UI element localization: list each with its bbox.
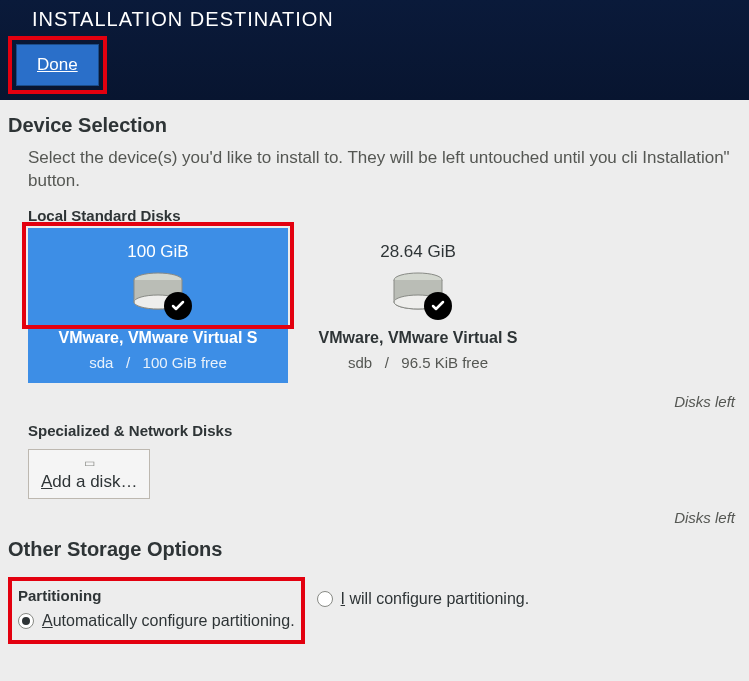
disk-free: 96.5 KiB free [401, 354, 488, 371]
disk-name: VMware, VMware Virtual S [298, 326, 538, 350]
disk-meta: sda / 100 GiB free [38, 354, 278, 371]
disk-card-sda[interactable]: 100 GiB VMware, VMware Virtual S sda / 1… [28, 228, 288, 383]
done-highlight: Done [8, 36, 107, 94]
local-disks-label: Local Standard Disks [28, 207, 741, 224]
checkmark-icon [164, 292, 192, 320]
other-storage-heading: Other Storage Options [8, 538, 741, 561]
add-disk-button[interactable]: ▭ Add a disk… [28, 449, 150, 499]
partitioning-label: Partitioning [18, 587, 295, 604]
content-area: Device Selection Select the device(s) yo… [0, 100, 749, 644]
disk-dev: sdb [348, 354, 372, 371]
local-disks-row: 100 GiB VMware, VMware Virtual S sda / 1… [28, 228, 741, 383]
disk-dev: sda [89, 354, 113, 371]
disk-meta: sdb / 96.5 KiB free [298, 354, 538, 371]
hard-disk-icon [390, 272, 446, 314]
add-disk-label: Add a disk… [41, 472, 137, 492]
disk-size: 100 GiB [38, 242, 278, 262]
radio-manual-partitioning[interactable]: I will configure partitioning. [317, 590, 530, 608]
header-bar: INSTALLATION DESTINATION Done [0, 0, 749, 100]
specialized-disks-label: Specialized & Network Disks [28, 422, 741, 439]
done-button[interactable]: Done [16, 44, 99, 86]
checkmark-icon [424, 292, 452, 320]
radio-auto-label: Automatically configure partitioning. [42, 612, 295, 630]
hard-disk-icon [130, 272, 186, 314]
radio-manual-label: I will configure partitioning. [341, 590, 530, 608]
disk-name: VMware, VMware Virtual S [38, 326, 278, 350]
disk-free: 100 GiB free [143, 354, 227, 371]
device-selection-heading: Device Selection [8, 114, 741, 137]
radio-auto-partitioning[interactable]: Automatically configure partitioning. [18, 612, 295, 630]
specialized-disks-left-label: Disks left [8, 509, 735, 526]
disk-card-sdb[interactable]: 28.64 GiB VMware, VMware Virtual S sdb /… [288, 228, 548, 383]
page-title: INSTALLATION DESTINATION [32, 8, 729, 31]
disk-small-icon: ▭ [84, 456, 95, 470]
radio-icon [317, 591, 333, 607]
device-selection-instructions: Select the device(s) you'd like to insta… [28, 147, 741, 193]
radio-icon [18, 613, 34, 629]
partitioning-highlight: Partitioning Automatically configure par… [8, 577, 305, 644]
disk-size: 28.64 GiB [298, 242, 538, 262]
local-disks-left-label: Disks left [8, 393, 735, 410]
